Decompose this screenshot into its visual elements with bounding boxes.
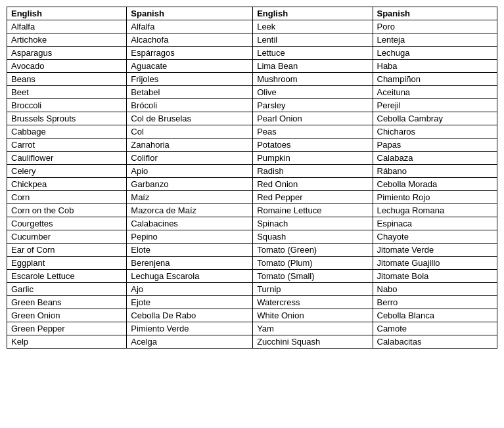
table-cell: Chickpea bbox=[7, 178, 127, 191]
table-cell: Maíz bbox=[127, 191, 253, 204]
table-cell: Kelp bbox=[7, 335, 127, 349]
table-row: Escarole LettuceLechuga EscarolaTomato (… bbox=[7, 270, 497, 283]
table-cell: Leek bbox=[253, 20, 373, 33]
table-cell: Brussels Sprouts bbox=[7, 112, 127, 125]
table-cell: Alfalfa bbox=[7, 20, 127, 33]
table-cell: Chayote bbox=[373, 230, 497, 244]
table-cell: Celery bbox=[7, 165, 127, 178]
table-cell: Radish bbox=[253, 165, 373, 178]
table-cell: Pimiento Verde bbox=[127, 322, 253, 335]
table-cell: Alcachofa bbox=[127, 33, 253, 47]
table-cell: Jitomate Verde bbox=[373, 244, 497, 257]
table-row: CornMaízRed PepperPimiento Rojo bbox=[7, 191, 497, 204]
table-cell: Col bbox=[127, 125, 253, 139]
table-cell: Peas bbox=[253, 125, 373, 139]
table-cell: Eggplant bbox=[7, 257, 127, 270]
table-cell: Coliflor bbox=[127, 152, 253, 165]
table-row: KelpAcelgaZucchini SquashCalabacitas bbox=[7, 335, 497, 349]
table-cell: Artichoke bbox=[7, 33, 127, 47]
table-cell: Yam bbox=[253, 322, 373, 335]
col-header-english1: English bbox=[7, 7, 127, 20]
table-cell: Ejote bbox=[127, 296, 253, 309]
table-cell: Espinaca bbox=[373, 217, 497, 230]
table-cell: Tomato (Small) bbox=[253, 270, 373, 283]
table-row: CucumberPepinoSquashChayote bbox=[7, 230, 497, 244]
table-cell: Lenteja bbox=[373, 33, 497, 47]
table-cell: Spinach bbox=[253, 217, 373, 230]
table-row: CeleryApioRadishRábano bbox=[7, 165, 497, 178]
table-cell: Lechuga Escarola bbox=[127, 270, 253, 283]
table-cell: Beans bbox=[7, 73, 127, 86]
table-cell: Lettuce bbox=[253, 47, 373, 60]
table-cell: Aguacate bbox=[127, 60, 253, 73]
table-cell: Mushroom bbox=[253, 73, 373, 86]
table-cell: Calabacines bbox=[127, 217, 253, 230]
table-cell: Asparagus bbox=[7, 47, 127, 60]
table-row: Ear of CornEloteTomato (Green)Jitomate V… bbox=[7, 244, 497, 257]
table-row: CauliflowerColiflorPumpkinCalabaza bbox=[7, 152, 497, 165]
table-cell: Courgettes bbox=[7, 217, 127, 230]
table-cell: Brócoli bbox=[127, 99, 253, 112]
table-cell: Apio bbox=[127, 165, 253, 178]
table-row: GarlicAjoTurnipNabo bbox=[7, 283, 497, 296]
table-cell: Cauliflower bbox=[7, 152, 127, 165]
table-row: CourgettesCalabacinesSpinachEspinaca bbox=[7, 217, 497, 230]
table-cell: Jitomate Guajillo bbox=[373, 257, 497, 270]
table-cell: Frijoles bbox=[127, 73, 253, 86]
table-row: BeansFrijolesMushroomChampiñon bbox=[7, 73, 497, 86]
table-row: ChickpeaGarbanzoRed OnionCebolla Morada bbox=[7, 178, 497, 191]
table-cell: Broccoli bbox=[7, 99, 127, 112]
table-row: BroccoliBrócoliParsleyPerejil bbox=[7, 99, 497, 112]
table-cell: Calabaza bbox=[373, 152, 497, 165]
table-cell: Carrot bbox=[7, 139, 127, 152]
table-cell: White Onion bbox=[253, 309, 373, 322]
table-cell: Tomato (Green) bbox=[253, 244, 373, 257]
table-cell: Turnip bbox=[253, 283, 373, 296]
table-row: AvocadoAguacateLima BeanHaba bbox=[7, 60, 497, 73]
table-cell: Ajo bbox=[127, 283, 253, 296]
table-cell: Green Onion bbox=[7, 309, 127, 322]
table-cell: Potatoes bbox=[253, 139, 373, 152]
table-cell: Pearl Onion bbox=[253, 112, 373, 125]
table-row: Green OnionCebolla De RaboWhite OnionCeb… bbox=[7, 309, 497, 322]
table-cell: Garbanzo bbox=[127, 178, 253, 191]
table-cell: Perejil bbox=[373, 99, 497, 112]
table-cell: Green Pepper bbox=[7, 322, 127, 335]
table-cell: Green Beans bbox=[7, 296, 127, 309]
table-cell: Pimiento Rojo bbox=[373, 191, 497, 204]
table-cell: Acelga bbox=[127, 335, 253, 349]
table-cell: Rábano bbox=[373, 165, 497, 178]
table-cell: Haba bbox=[373, 60, 497, 73]
table-row: Green BeansEjoteWatercressBerro bbox=[7, 296, 497, 309]
table-cell: Pumpkin bbox=[253, 152, 373, 165]
table-cell: Corn on the Cob bbox=[7, 204, 127, 217]
table-row: CarrotZanahoriaPotatoesPapas bbox=[7, 139, 497, 152]
table-cell: Cabbage bbox=[7, 125, 127, 139]
col-header-spanish1: Spanish bbox=[127, 7, 253, 20]
table-row: AlfalfaAlfalfaLeekPoro bbox=[7, 20, 497, 33]
table-cell: Lechuga Romana bbox=[373, 204, 497, 217]
table-cell: Chicharos bbox=[373, 125, 497, 139]
table-cell: Cebolla Cambray bbox=[373, 112, 497, 125]
table-cell: Lechuga bbox=[373, 47, 497, 60]
table-cell: Zanahoria bbox=[127, 139, 253, 152]
table-cell: Aceituna bbox=[373, 86, 497, 99]
table-cell: Jitomate Bola bbox=[373, 270, 497, 283]
table-cell: Nabo bbox=[373, 283, 497, 296]
table-row: Green PepperPimiento VerdeYamCamote bbox=[7, 322, 497, 335]
table-cell: Watercress bbox=[253, 296, 373, 309]
table-row: Brussels SproutsCol de BruselasPearl Oni… bbox=[7, 112, 497, 125]
table-cell: Pepino bbox=[127, 230, 253, 244]
table-row: BeetBetabelOliveAceituna bbox=[7, 86, 497, 99]
table-cell: Berenjena bbox=[127, 257, 253, 270]
table-cell: Garlic bbox=[7, 283, 127, 296]
table-cell: Espárragos bbox=[127, 47, 253, 60]
table-cell: Papas bbox=[373, 139, 497, 152]
table-cell: Ear of Corn bbox=[7, 244, 127, 257]
table-row: AsparagusEspárragosLettuceLechuga bbox=[7, 47, 497, 60]
table-cell: Tomato (Plum) bbox=[253, 257, 373, 270]
table-cell: Poro bbox=[373, 20, 497, 33]
table-cell: Elote bbox=[127, 244, 253, 257]
table-cell: Mazorca de Maíz bbox=[127, 204, 253, 217]
col-header-english2: English bbox=[253, 7, 373, 20]
